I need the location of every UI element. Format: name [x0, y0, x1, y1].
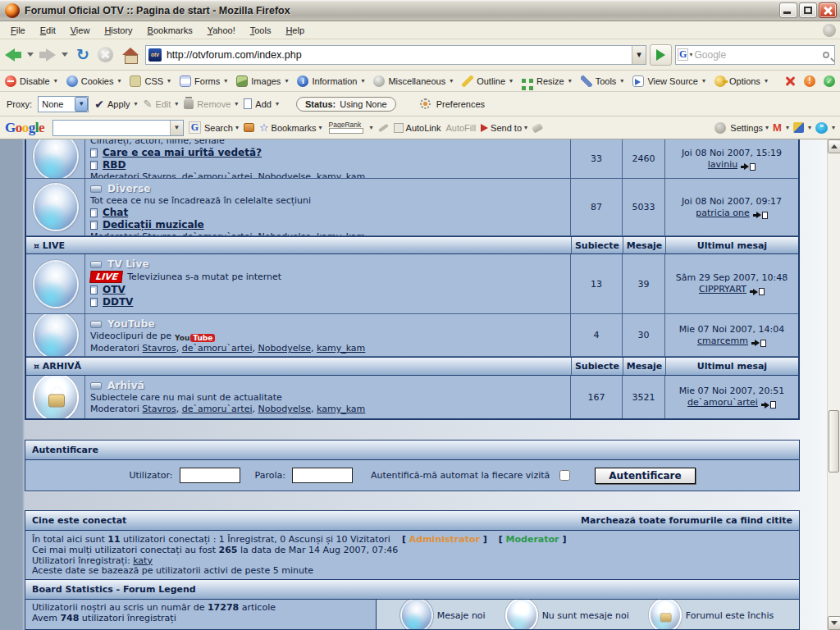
subforum-link[interactable]: Dedicații muzicale	[103, 219, 204, 231]
moderator-link[interactable]: Nobodyelse	[258, 231, 312, 235]
highlight-wand-icon[interactable]	[378, 123, 389, 132]
scroll-up-button[interactable]	[828, 139, 840, 153]
google-search-dropdown[interactable]: ▼	[170, 121, 183, 135]
vertical-scrollbar[interactable]	[827, 139, 840, 630]
goto-last-post-icon[interactable]	[753, 212, 768, 219]
url-history-dropdown[interactable]: ▾	[632, 46, 646, 64]
settings-button[interactable]: Settings	[730, 123, 769, 133]
news-icon[interactable]	[244, 123, 254, 132]
autologin-checkbox[interactable]	[559, 470, 570, 481]
moderator-link[interactable]: Stavros	[142, 343, 176, 354]
category-label[interactable]: ¤ ARHIVĂ	[26, 358, 572, 375]
google-search-input[interactable]: ▼	[52, 120, 184, 136]
webdev-css[interactable]: CSS	[130, 75, 171, 87]
goto-last-post-icon[interactable]	[751, 340, 766, 347]
pagerank-dropdown[interactable]: ▾	[370, 124, 373, 131]
webdev-viewsource[interactable]: View Source	[632, 75, 705, 87]
last-post-user[interactable]: laviniu	[708, 159, 737, 170]
valid-icon[interactable]	[824, 75, 835, 87]
subforum-link[interactable]: OTV	[103, 284, 126, 295]
forum-title-link[interactable]: YouTube	[107, 318, 155, 330]
goto-last-post-icon[interactable]	[741, 163, 756, 171]
sendto-button[interactable]: Send to	[481, 123, 527, 133]
url-bar[interactable]: otv ▾	[145, 45, 646, 65]
scrollbar-thumb[interactable]	[829, 410, 839, 472]
home-button[interactable]	[122, 48, 139, 62]
back-dropdown[interactable]	[27, 52, 34, 57]
moderator-link[interactable]: de`amoru`artei	[182, 404, 253, 414]
moderator-link[interactable]: Stavros	[142, 171, 176, 178]
last-post-user[interactable]: cmarcemm	[697, 336, 748, 346]
search-bar[interactable]: G ▾	[675, 45, 835, 65]
forum-title-link[interactable]: Arhivă	[107, 380, 144, 391]
bookmarks-pack-icon[interactable]	[793, 122, 804, 133]
minimize-button[interactable]	[779, 2, 797, 18]
subforum-link[interactable]: Chat	[103, 207, 128, 218]
webdev-miscellaneous[interactable]: Miscellaneous	[373, 75, 453, 87]
moderator-link[interactable]: kamy_kam	[317, 171, 365, 178]
restore-button[interactable]	[799, 2, 817, 18]
password-input[interactable]	[292, 468, 353, 483]
moderator-link[interactable]: Nobodyelse	[258, 343, 312, 354]
moderator-link[interactable]: de`amoru`artei	[182, 343, 253, 354]
warning-icon[interactable]	[804, 75, 815, 87]
autolink-button[interactable]: AutoLink	[394, 123, 441, 133]
webdev-resize[interactable]: Resize	[522, 76, 572, 86]
search-input[interactable]	[692, 48, 823, 62]
search-engine-icon[interactable]: G	[678, 48, 688, 61]
webdev-forms[interactable]: Forms	[180, 75, 227, 87]
subforum-link[interactable]: Care e cea mai urîtă vedetă?	[103, 147, 262, 158]
error-icon[interactable]	[784, 75, 796, 87]
forward-dropdown[interactable]	[62, 52, 68, 57]
menu-tools[interactable]: Tools	[243, 23, 279, 38]
proxy-select-arrow[interactable]: ▼	[75, 97, 88, 112]
webdev-images[interactable]: Images	[236, 75, 288, 87]
last-post-user[interactable]: de`amoru`artei	[687, 397, 758, 408]
pagerank-indicator[interactable]: PageRank	[329, 121, 363, 134]
menu-edit[interactable]: Edit	[33, 23, 63, 38]
forum-title-link[interactable]: Diverse	[107, 183, 151, 194]
menu-help[interactable]: Help	[278, 23, 312, 38]
webdev-options[interactable]: Options	[714, 75, 768, 87]
menu-history[interactable]: History	[97, 23, 139, 38]
webdev-tools[interactable]: Tools	[581, 75, 624, 87]
proxy-select[interactable]: None ▼	[38, 96, 89, 112]
comment-bubble-icon[interactable]	[815, 122, 828, 134]
preferences-gear-icon[interactable]	[420, 98, 431, 109]
moderator-link[interactable]: Stavros	[142, 231, 176, 235]
login-button[interactable]: Autentificare	[595, 468, 695, 484]
gmail-dropdown[interactable]: ▾	[786, 124, 789, 131]
menu-yahoo[interactable]: Yahoo!	[200, 23, 243, 38]
moderator-link[interactable]: kamy_kam	[317, 343, 365, 354]
goto-last-post-icon[interactable]	[761, 401, 776, 409]
go-button[interactable]	[650, 44, 672, 66]
menu-bookmarks[interactable]: Bookmarks	[140, 23, 200, 38]
moderator-link[interactable]: Stavros	[142, 404, 176, 414]
webdev-disable[interactable]: Disable	[5, 75, 57, 87]
moderator-link[interactable]: de`amoru`artei	[182, 171, 253, 178]
highlighter-icon[interactable]	[532, 122, 543, 133]
url-input[interactable]	[165, 48, 632, 62]
webdev-outline[interactable]: Outline	[462, 75, 513, 87]
proxy-apply-button[interactable]: ✔Apply	[94, 98, 137, 111]
last-post-user[interactable]: patricia one	[696, 208, 749, 218]
stop-button[interactable]	[98, 47, 113, 62]
back-button[interactable]	[5, 48, 21, 62]
menu-view[interactable]: View	[63, 23, 98, 38]
moderator-link[interactable]: kamy_kam	[317, 404, 365, 414]
subforum-link[interactable]: DDTV	[103, 296, 133, 308]
forward-button[interactable]	[39, 48, 56, 62]
google-bookmarks-button[interactable]: ☆Bookmarks	[259, 121, 322, 134]
category-label[interactable]: ¤ LIVE	[26, 237, 572, 253]
webdev-information[interactable]: Information	[297, 75, 364, 87]
reload-button[interactable]: ↻	[76, 47, 89, 62]
proxy-preferences-button[interactable]: Preferences	[436, 99, 485, 109]
scroll-down-button[interactable]	[828, 616, 840, 630]
moderator-link[interactable]: de`amoru`artei	[182, 231, 253, 235]
moderator-link[interactable]: Nobodyelse	[258, 171, 312, 178]
username-input[interactable]	[180, 468, 240, 483]
webdev-cookies[interactable]: Cookies	[66, 75, 121, 87]
goto-last-post-icon[interactable]	[750, 288, 765, 295]
mark-forums-read-link[interactable]: Marchează toate forumurile ca fiind citi…	[581, 515, 792, 526]
pack-dropdown[interactable]: ▾	[808, 124, 811, 131]
